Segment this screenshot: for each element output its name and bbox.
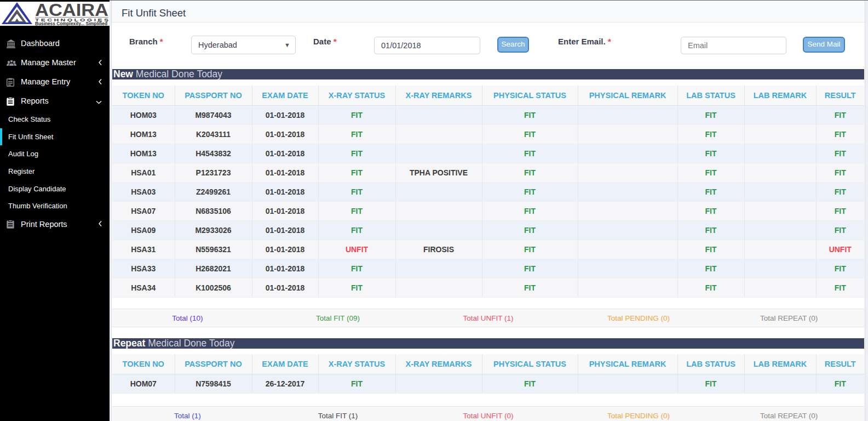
svg-text:Business Complexity... Simplif: Business Complexity... Simplified [35, 21, 107, 26]
